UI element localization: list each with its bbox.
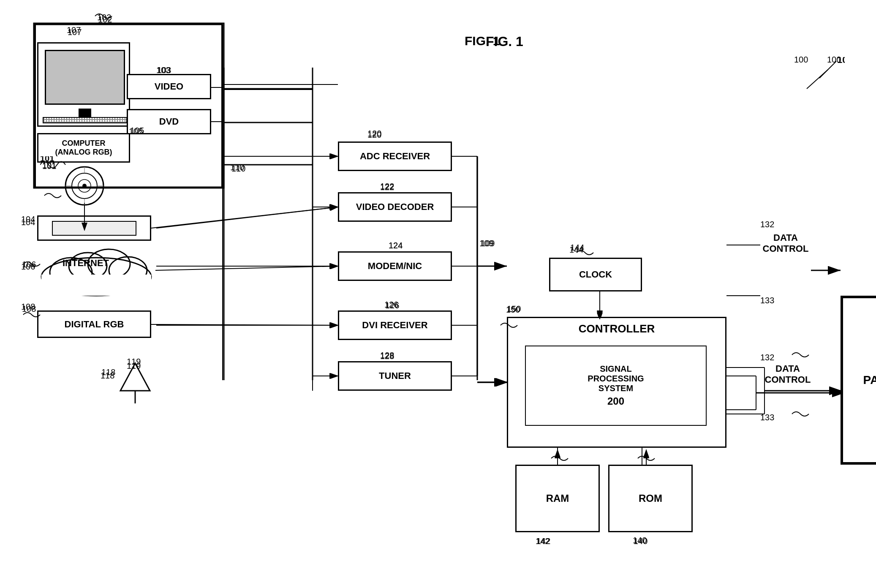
ref-106-top: 106	[22, 260, 36, 270]
modem-nic-box: MODEM/NIC	[338, 251, 452, 281]
ref-133-top: 133	[760, 413, 774, 422]
signal-processing-label: SIGNALPROCESSINGSYSTEM	[588, 364, 644, 393]
clock-box: CLOCK	[549, 258, 642, 291]
rom-box: ROM	[608, 465, 693, 532]
internet-cloud: INTERNET	[37, 243, 155, 299]
ref-105-top: 105	[130, 126, 144, 136]
ref-102-top: 102	[98, 15, 112, 24]
ref-110-top: 110	[231, 164, 245, 174]
video-box: VIDEO	[127, 74, 211, 99]
ref-132: 132	[760, 220, 774, 229]
ref-200-label: 200	[607, 395, 624, 407]
ref-142-top: 142	[536, 536, 550, 546]
digital-rgb-box: DIGITAL RGB	[37, 310, 151, 338]
svg-line-17	[156, 207, 338, 228]
ram-box: RAM	[515, 465, 600, 532]
controller-label: CONTROLLER	[512, 322, 721, 335]
ref-122-top: 122	[380, 182, 394, 192]
svg-point-36	[82, 184, 87, 188]
svg-line-74	[155, 266, 338, 270]
data-control-text: DATACONTROL	[760, 363, 815, 386]
disc-icon	[63, 165, 106, 207]
ref-144-top: 144	[569, 245, 583, 255]
ref-119-top: 119	[127, 361, 141, 371]
ref-126-top: 126	[385, 301, 399, 310]
ref-132-top: 132	[760, 353, 774, 362]
data-control-area: DATA CONTROL	[760, 232, 811, 254]
ref-118-top: 118	[101, 371, 114, 381]
svg-line-75	[151, 324, 338, 325]
data-control-label: DATA CONTROL	[760, 232, 811, 254]
diagram: FIG. 1 100 102 107 COMPUTER(ANALOG RGB) …	[0, 0, 876, 588]
ref-133: 133	[760, 296, 774, 305]
ref-104-top: 104	[21, 215, 35, 224]
svg-rect-46	[41, 275, 151, 296]
ref-103-top: 103	[157, 65, 171, 75]
ref-124-top: 124	[389, 241, 403, 250]
ref-108-top: 108	[22, 304, 36, 314]
video-decoder-box: VIDEO DECODER	[338, 192, 452, 222]
ref-100-top: 100	[827, 55, 841, 65]
ref-107-top: 107	[67, 25, 81, 35]
device-104-box	[37, 215, 151, 241]
ref-150-top: 150	[506, 305, 520, 315]
signal-processing-box: SIGNALPROCESSINGSYSTEM 200	[525, 346, 707, 426]
svg-line-73	[151, 207, 338, 228]
ref-140-top: 140	[633, 536, 647, 545]
ref-101-top: 101	[42, 161, 56, 171]
dvi-receiver-box: DVI RECEIVER	[338, 310, 452, 340]
ref-128-top: 128	[380, 351, 394, 361]
panel-box: PANEL	[841, 296, 876, 465]
tuner-box: TUNER	[338, 361, 452, 391]
adc-receiver-box: ADC RECEIVER	[338, 142, 452, 171]
ref-109-top: 109	[481, 239, 495, 248]
internet-label: INTERNET	[63, 258, 109, 269]
controller-box: CONTROLLER SIGNALPROCESSINGSYSTEM 200	[507, 317, 726, 448]
ref-120-top: 120	[367, 130, 381, 140]
fig-title: FIG. 1	[486, 34, 523, 49]
